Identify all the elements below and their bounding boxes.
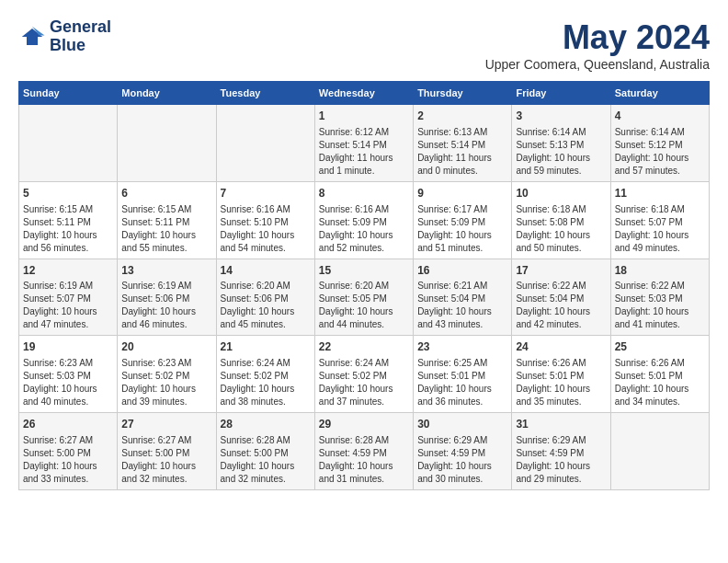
day-info: Sunrise: 6:29 AMSunset: 4:59 PMDaylight:… xyxy=(417,434,507,486)
calendar-header-row: SundayMondayTuesdayWednesdayThursdayFrid… xyxy=(19,82,710,105)
calendar-cell: 28Sunrise: 6:28 AMSunset: 5:00 PMDayligh… xyxy=(216,413,314,490)
day-info: Sunrise: 6:23 AMSunset: 5:02 PMDaylight:… xyxy=(121,357,211,408)
day-number: 3 xyxy=(516,109,606,124)
calendar-week-row: 1Sunrise: 6:12 AMSunset: 5:14 PMDaylight… xyxy=(19,105,710,182)
day-info: Sunrise: 6:18 AMSunset: 5:08 PMDaylight:… xyxy=(516,203,606,255)
calendar-cell: 16Sunrise: 6:21 AMSunset: 5:04 PMDayligh… xyxy=(414,259,512,336)
weekday-header: Saturday xyxy=(610,82,709,105)
day-info: Sunrise: 6:20 AMSunset: 5:06 PMDaylight:… xyxy=(221,280,311,331)
day-info: Sunrise: 6:14 AMSunset: 5:12 PMDaylight:… xyxy=(615,126,705,178)
calendar-cell: 2Sunrise: 6:13 AMSunset: 5:14 PMDaylight… xyxy=(414,105,512,182)
day-info: Sunrise: 6:24 AMSunset: 5:02 PMDaylight:… xyxy=(221,357,311,408)
day-number: 25 xyxy=(615,339,705,355)
calendar-cell: 22Sunrise: 6:24 AMSunset: 5:02 PMDayligh… xyxy=(314,336,413,413)
calendar-cell: 17Sunrise: 6:22 AMSunset: 5:04 PMDayligh… xyxy=(512,259,610,336)
calendar-cell xyxy=(118,105,216,182)
calendar-cell: 30Sunrise: 6:29 AMSunset: 4:59 PMDayligh… xyxy=(414,413,512,490)
day-info: Sunrise: 6:17 AMSunset: 5:09 PMDaylight:… xyxy=(417,203,507,255)
day-info: Sunrise: 6:19 AMSunset: 5:06 PMDaylight:… xyxy=(121,280,211,331)
calendar-week-row: 26Sunrise: 6:27 AMSunset: 5:00 PMDayligh… xyxy=(19,413,710,490)
location-subtitle: Upper Coomera, Queensland, Australia xyxy=(485,57,710,72)
calendar-cell xyxy=(216,105,314,182)
calendar-table: SundayMondayTuesdayWednesdayThursdayFrid… xyxy=(18,81,710,490)
logo: General Blue xyxy=(18,18,111,55)
day-number: 2 xyxy=(417,109,507,124)
calendar-week-row: 12Sunrise: 6:19 AMSunset: 5:07 PMDayligh… xyxy=(19,259,710,336)
day-number: 28 xyxy=(221,417,311,432)
day-number: 24 xyxy=(516,339,606,355)
calendar-cell: 13Sunrise: 6:19 AMSunset: 5:06 PMDayligh… xyxy=(118,259,216,336)
calendar-cell: 4Sunrise: 6:14 AMSunset: 5:12 PMDaylight… xyxy=(610,105,709,182)
calendar-cell: 8Sunrise: 6:16 AMSunset: 5:09 PMDaylight… xyxy=(314,181,413,259)
day-info: Sunrise: 6:18 AMSunset: 5:07 PMDaylight:… xyxy=(615,203,705,255)
day-info: Sunrise: 6:25 AMSunset: 5:01 PMDaylight:… xyxy=(417,357,507,408)
day-number: 9 xyxy=(417,186,507,201)
weekday-header: Monday xyxy=(118,82,216,105)
title-area: May 2024 Upper Coomera, Queensland, Aust… xyxy=(485,18,710,72)
day-number: 20 xyxy=(121,339,211,355)
page-header: General Blue May 2024 Upper Coomera, Que… xyxy=(18,18,710,72)
calendar-cell: 24Sunrise: 6:26 AMSunset: 5:01 PMDayligh… xyxy=(512,336,610,413)
day-info: Sunrise: 6:27 AMSunset: 5:00 PMDaylight:… xyxy=(121,434,211,486)
day-info: Sunrise: 6:21 AMSunset: 5:04 PMDaylight:… xyxy=(417,280,507,331)
day-info: Sunrise: 6:28 AMSunset: 4:59 PMDaylight:… xyxy=(319,434,409,486)
day-number: 5 xyxy=(23,186,113,201)
day-number: 10 xyxy=(516,186,606,201)
calendar-cell: 26Sunrise: 6:27 AMSunset: 5:00 PMDayligh… xyxy=(19,413,118,490)
logo-text: General Blue xyxy=(50,18,111,55)
day-number: 15 xyxy=(319,263,409,279)
day-number: 16 xyxy=(417,263,507,279)
day-number: 22 xyxy=(319,339,409,355)
svg-marker-0 xyxy=(22,29,43,45)
day-info: Sunrise: 6:15 AMSunset: 5:11 PMDaylight:… xyxy=(121,203,211,255)
calendar-cell: 19Sunrise: 6:23 AMSunset: 5:03 PMDayligh… xyxy=(19,336,118,413)
day-info: Sunrise: 6:26 AMSunset: 5:01 PMDaylight:… xyxy=(516,357,606,408)
day-number: 29 xyxy=(319,417,409,432)
day-number: 30 xyxy=(417,417,507,432)
calendar-cell: 15Sunrise: 6:20 AMSunset: 5:05 PMDayligh… xyxy=(314,259,413,336)
calendar-cell: 7Sunrise: 6:16 AMSunset: 5:10 PMDaylight… xyxy=(216,181,314,259)
day-number: 17 xyxy=(516,263,606,279)
day-info: Sunrise: 6:22 AMSunset: 5:04 PMDaylight:… xyxy=(516,280,606,331)
day-info: Sunrise: 6:29 AMSunset: 4:59 PMDaylight:… xyxy=(516,434,606,486)
month-title: May 2024 xyxy=(485,18,710,57)
calendar-cell xyxy=(19,105,118,182)
calendar-cell: 14Sunrise: 6:20 AMSunset: 5:06 PMDayligh… xyxy=(216,259,314,336)
day-info: Sunrise: 6:28 AMSunset: 5:00 PMDaylight:… xyxy=(221,434,311,486)
day-number: 18 xyxy=(615,263,705,279)
calendar-cell: 25Sunrise: 6:26 AMSunset: 5:01 PMDayligh… xyxy=(610,336,709,413)
weekday-header: Sunday xyxy=(19,82,118,105)
calendar-cell: 18Sunrise: 6:22 AMSunset: 5:03 PMDayligh… xyxy=(610,259,709,336)
calendar-cell: 23Sunrise: 6:25 AMSunset: 5:01 PMDayligh… xyxy=(414,336,512,413)
day-number: 23 xyxy=(417,339,507,355)
day-number: 7 xyxy=(221,186,311,201)
weekday-header: Thursday xyxy=(414,82,512,105)
day-info: Sunrise: 6:15 AMSunset: 5:11 PMDaylight:… xyxy=(23,203,113,255)
day-number: 6 xyxy=(121,186,211,201)
day-info: Sunrise: 6:16 AMSunset: 5:09 PMDaylight:… xyxy=(319,203,409,255)
calendar-cell: 31Sunrise: 6:29 AMSunset: 4:59 PMDayligh… xyxy=(512,413,610,490)
calendar-cell: 6Sunrise: 6:15 AMSunset: 5:11 PMDaylight… xyxy=(118,181,216,259)
calendar-cell: 11Sunrise: 6:18 AMSunset: 5:07 PMDayligh… xyxy=(610,181,709,259)
day-number: 8 xyxy=(319,186,409,201)
day-number: 21 xyxy=(221,339,311,355)
day-number: 27 xyxy=(121,417,211,432)
day-number: 13 xyxy=(121,263,211,279)
calendar-cell: 20Sunrise: 6:23 AMSunset: 5:02 PMDayligh… xyxy=(118,336,216,413)
weekday-header: Tuesday xyxy=(216,82,314,105)
day-number: 19 xyxy=(23,339,113,355)
day-info: Sunrise: 6:27 AMSunset: 5:00 PMDaylight:… xyxy=(23,434,113,486)
day-number: 1 xyxy=(319,109,409,124)
day-info: Sunrise: 6:13 AMSunset: 5:14 PMDaylight:… xyxy=(417,126,507,178)
day-number: 4 xyxy=(615,109,705,124)
calendar-cell: 21Sunrise: 6:24 AMSunset: 5:02 PMDayligh… xyxy=(216,336,314,413)
day-info: Sunrise: 6:19 AMSunset: 5:07 PMDaylight:… xyxy=(23,280,113,331)
calendar-cell: 9Sunrise: 6:17 AMSunset: 5:09 PMDaylight… xyxy=(414,181,512,259)
calendar-cell: 10Sunrise: 6:18 AMSunset: 5:08 PMDayligh… xyxy=(512,181,610,259)
calendar-cell: 29Sunrise: 6:28 AMSunset: 4:59 PMDayligh… xyxy=(314,413,413,490)
calendar-cell: 27Sunrise: 6:27 AMSunset: 5:00 PMDayligh… xyxy=(118,413,216,490)
weekday-header: Friday xyxy=(512,82,610,105)
calendar-cell: 1Sunrise: 6:12 AMSunset: 5:14 PMDaylight… xyxy=(314,105,413,182)
day-info: Sunrise: 6:22 AMSunset: 5:03 PMDaylight:… xyxy=(615,280,705,331)
calendar-cell xyxy=(610,413,709,490)
